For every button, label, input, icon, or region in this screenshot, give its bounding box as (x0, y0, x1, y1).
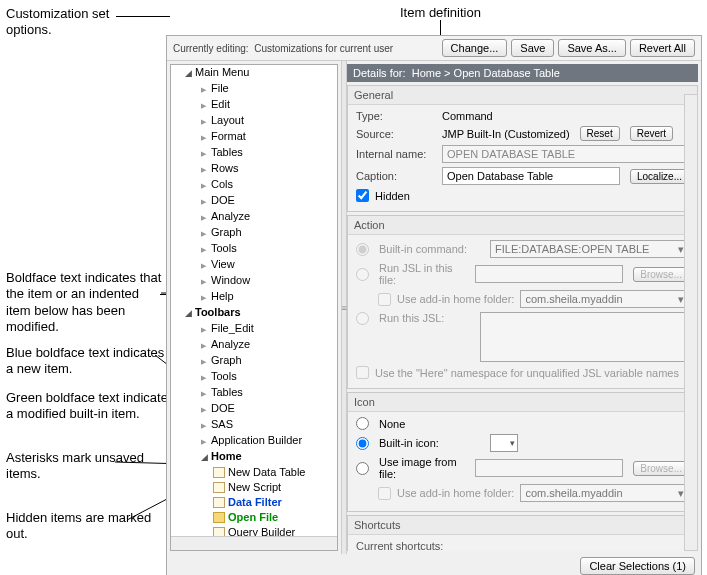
revert-all-button[interactable]: Revert All (630, 39, 695, 57)
annotation-hidden: Hidden items are marked out. (6, 510, 166, 543)
table-icon (213, 467, 225, 478)
icon-none-label: None (379, 418, 405, 430)
tree-item[interactable]: Tools (211, 242, 237, 254)
tree-item[interactable]: Edit (211, 98, 230, 110)
save-button[interactable]: Save (511, 39, 554, 57)
icon-browse-button: Browse... (633, 461, 689, 476)
icon-image-label: Use image from file: (379, 456, 469, 480)
tree-item[interactable]: DOE (211, 194, 235, 206)
breadcrumb: Details for: Home > Open Database Table (347, 64, 698, 82)
details-pane: Details for: Home > Open Database Table … (347, 64, 698, 551)
current-shortcuts-label: Current shortcuts: (356, 540, 689, 551)
tree-item[interactable]: Help (211, 290, 234, 302)
icon-image-field (475, 459, 623, 477)
run-jsl-label: Run this JSL: (379, 312, 474, 324)
tree-item[interactable]: Cols (211, 178, 233, 190)
tree-item[interactable]: Graph (211, 226, 242, 238)
icon-addin-checkbox (378, 487, 391, 500)
browse-button: Browse... (633, 267, 689, 282)
icon-addin-combo: com.sheila.myaddin (520, 484, 689, 502)
currently-editing-label: Currently editing: Customizations for cu… (173, 43, 393, 54)
tree-main-menu[interactable]: Main Menu (195, 66, 249, 78)
annotation-item-definition: Item definition (400, 5, 481, 21)
folder-icon (213, 512, 225, 523)
reset-button[interactable]: Reset (580, 126, 620, 141)
caption-field[interactable] (442, 167, 620, 185)
tree-item-data-filter[interactable]: Data Filter (228, 496, 282, 508)
tree-item[interactable]: Analyze (211, 338, 250, 350)
general-header: General (348, 86, 697, 105)
icon-preview-dropdown[interactable] (490, 434, 518, 452)
action-header: Action (348, 216, 697, 235)
icon-none-radio[interactable] (356, 417, 369, 430)
tree-item-open-file[interactable]: Open File (228, 511, 278, 523)
annotation-boldface: Boldface text indicates that the item or… (6, 270, 166, 335)
here-namespace-label: Use the "Here" namespace for unqualified… (375, 367, 679, 379)
tree-item[interactable]: Graph (211, 354, 242, 366)
shortcuts-header: Shortcuts (348, 516, 697, 535)
tree-item[interactable]: Tools (211, 370, 237, 382)
icon-header: Icon (348, 393, 697, 412)
icon-addin-label: Use add-in home folder: (397, 487, 514, 499)
here-namespace-checkbox (356, 366, 369, 379)
icon-panel: Icon None Built-in icon: Use image from … (347, 392, 698, 512)
horizontal-scrollbar[interactable] (171, 536, 337, 550)
tree-home[interactable]: Home (211, 450, 242, 462)
icon-image-radio[interactable] (356, 462, 369, 475)
script-icon (213, 482, 225, 493)
shortcuts-panel: Shortcuts Current shortcuts: Remove New … (347, 515, 698, 551)
localize-button[interactable]: Localize... (630, 169, 689, 184)
tree-item[interactable]: Format (211, 130, 246, 142)
tree-item[interactable]: Tables (211, 386, 243, 398)
change-button[interactable]: Change... (442, 39, 508, 57)
tree-item[interactable]: View (211, 258, 235, 270)
source-label: Source: (356, 128, 436, 140)
type-value: Command (442, 110, 493, 122)
tree-item[interactable]: Layout (211, 114, 244, 126)
internal-name-field (442, 145, 689, 163)
tree-item[interactable]: New Script (228, 481, 281, 493)
action-panel: Action Built-in command: FILE:DATABASE:O… (347, 215, 698, 389)
topbar: Currently editing: Customizations for cu… (167, 36, 701, 61)
tree-item[interactable]: File_Edit (211, 322, 254, 334)
run-jsl-radio (356, 312, 369, 325)
source-value: JMP Built-In (Customized) (442, 128, 570, 140)
addin-home-label: Use add-in home folder: (397, 293, 514, 305)
tree-item[interactable]: Analyze (211, 210, 250, 222)
tree-item[interactable]: File (211, 82, 229, 94)
addin-home-combo: com.sheila.myaddin (520, 290, 689, 308)
tree-item[interactable]: New Data Table (228, 466, 305, 478)
icon-builtin-label: Built-in icon: (379, 437, 484, 449)
hidden-checkbox[interactable] (356, 189, 369, 202)
tree-toolbars[interactable]: Toolbars (195, 306, 241, 318)
internal-name-label: Internal name: (356, 148, 436, 160)
tree-item[interactable]: Tables (211, 146, 243, 158)
caption-label: Caption: (356, 170, 436, 182)
tree-item[interactable]: Window (211, 274, 250, 286)
tree-item[interactable]: Rows (211, 162, 239, 174)
clear-selections-button[interactable]: Clear Selections (1) (580, 557, 695, 575)
hidden-label: Hidden (375, 190, 410, 202)
annotation-asterisks: Asterisks mark unsaved items. (6, 450, 166, 483)
run-file-label: Run JSL in this file: (379, 262, 469, 286)
tree-item[interactable]: DOE (211, 402, 235, 414)
builtin-command-label: Built-in command: (379, 243, 484, 255)
builtin-command-radio (356, 243, 369, 256)
addin-home-checkbox (378, 293, 391, 306)
tree-item[interactable]: Application Builder (211, 434, 302, 446)
tree-item[interactable]: SAS (211, 418, 233, 430)
type-label: Type: (356, 110, 436, 122)
filter-icon (213, 497, 225, 508)
general-panel: General Type: Command Source: JMP Built-… (347, 85, 698, 212)
builtin-command-combo: FILE:DATABASE:OPEN TABLE (490, 240, 689, 258)
revert-button[interactable]: Revert (630, 126, 673, 141)
icon-builtin-radio[interactable] (356, 437, 369, 450)
save-as-button[interactable]: Save As... (558, 39, 626, 57)
run-file-field (475, 265, 623, 283)
annotation-green-bold: Green boldface text indicates a modified… (6, 390, 176, 423)
run-file-radio (356, 268, 369, 281)
vertical-scrollbar[interactable] (684, 94, 698, 551)
menu-tree[interactable]: Main Menu File Edit Layout Format Tables… (170, 64, 338, 551)
footer: Clear Selections (1) (167, 554, 701, 575)
annotation-blue-bold: Blue boldface text indicates a new item. (6, 345, 166, 378)
